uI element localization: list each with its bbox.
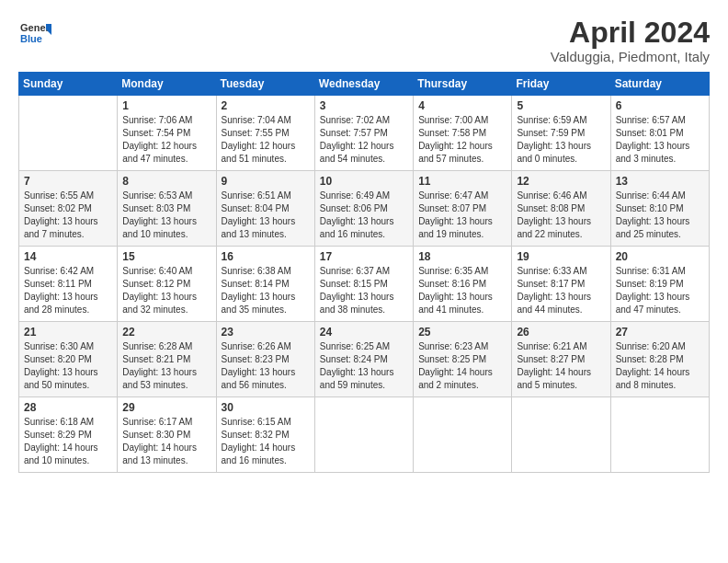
day-info: Sunrise: 6:53 AM Sunset: 8:03 PM Dayligh…	[122, 190, 210, 241]
day-info: Sunrise: 6:28 AM Sunset: 8:21 PM Dayligh…	[122, 340, 210, 392]
day-number: 30	[222, 401, 310, 414]
day-number: 7	[24, 175, 112, 188]
calendar-cell: 21Sunrise: 6:30 AM Sunset: 8:20 PM Dayli…	[19, 322, 118, 397]
day-number: 27	[616, 326, 704, 339]
day-number: 8	[122, 175, 210, 188]
day-number: 21	[24, 326, 112, 339]
day-info: Sunrise: 6:42 AM Sunset: 8:11 PM Dayligh…	[24, 265, 112, 316]
day-number: 6	[616, 99, 704, 112]
logo: General Blue	[18, 17, 51, 53]
calendar-cell: 29Sunrise: 6:17 AM Sunset: 8:30 PM Dayli…	[118, 397, 216, 473]
day-number: 13	[616, 175, 704, 188]
calendar-cell	[314, 397, 413, 473]
svg-text:Blue: Blue	[20, 33, 42, 44]
weekday-header: Thursday	[414, 73, 512, 96]
day-info: Sunrise: 6:23 AM Sunset: 8:25 PM Dayligh…	[418, 340, 506, 392]
calendar-table: SundayMondayTuesdayWednesdayThursdayFrid…	[18, 72, 710, 473]
day-info: Sunrise: 6:40 AM Sunset: 8:12 PM Dayligh…	[122, 265, 210, 316]
calendar-cell: 5Sunrise: 6:59 AM Sunset: 7:59 PM Daylig…	[512, 96, 610, 171]
day-number: 16	[222, 250, 310, 263]
location: Valduggia, Piedmont, Italy	[551, 49, 710, 64]
calendar-cell: 15Sunrise: 6:40 AM Sunset: 8:12 PM Dayli…	[118, 247, 216, 322]
calendar-cell: 3Sunrise: 7:02 AM Sunset: 7:57 PM Daylig…	[314, 96, 413, 171]
day-info: Sunrise: 6:33 AM Sunset: 8:17 PM Dayligh…	[517, 265, 605, 316]
weekday-header: Monday	[118, 73, 216, 96]
calendar-cell: 1Sunrise: 7:06 AM Sunset: 7:54 PM Daylig…	[118, 96, 216, 171]
calendar-cell: 6Sunrise: 6:57 AM Sunset: 8:01 PM Daylig…	[610, 96, 709, 171]
calendar-cell: 10Sunrise: 6:49 AM Sunset: 8:06 PM Dayli…	[314, 171, 413, 247]
day-info: Sunrise: 6:38 AM Sunset: 8:14 PM Dayligh…	[222, 265, 310, 316]
calendar-week-row: 28Sunrise: 6:18 AM Sunset: 8:29 PM Dayli…	[19, 397, 710, 473]
day-number: 15	[122, 250, 210, 263]
calendar-cell: 27Sunrise: 6:20 AM Sunset: 8:28 PM Dayli…	[610, 322, 709, 397]
calendar-cell: 30Sunrise: 6:15 AM Sunset: 8:32 PM Dayli…	[216, 397, 314, 473]
day-info: Sunrise: 6:37 AM Sunset: 8:15 PM Dayligh…	[320, 265, 408, 316]
calendar-cell: 12Sunrise: 6:46 AM Sunset: 8:08 PM Dayli…	[512, 171, 610, 247]
day-number: 1	[122, 99, 210, 112]
day-number: 14	[24, 250, 112, 263]
day-number: 2	[222, 99, 310, 112]
day-info: Sunrise: 6:20 AM Sunset: 8:28 PM Dayligh…	[616, 340, 704, 392]
calendar-cell: 7Sunrise: 6:55 AM Sunset: 8:02 PM Daylig…	[19, 171, 118, 247]
day-number: 3	[320, 99, 408, 112]
header-row: SundayMondayTuesdayWednesdayThursdayFrid…	[19, 73, 710, 96]
day-number: 10	[320, 175, 408, 188]
day-info: Sunrise: 6:49 AM Sunset: 8:06 PM Dayligh…	[320, 190, 408, 241]
weekday-header: Wednesday	[314, 73, 413, 96]
day-info: Sunrise: 6:47 AM Sunset: 8:07 PM Dayligh…	[418, 190, 506, 241]
day-info: Sunrise: 6:18 AM Sunset: 8:29 PM Dayligh…	[24, 416, 112, 467]
day-info: Sunrise: 6:57 AM Sunset: 8:01 PM Dayligh…	[616, 114, 704, 166]
month-title: April 2024	[551, 17, 710, 49]
day-number: 18	[418, 250, 506, 263]
day-info: Sunrise: 6:30 AM Sunset: 8:20 PM Dayligh…	[24, 340, 112, 392]
calendar-cell: 24Sunrise: 6:25 AM Sunset: 8:24 PM Dayli…	[314, 322, 413, 397]
day-number: 20	[616, 250, 704, 263]
calendar-cell: 25Sunrise: 6:23 AM Sunset: 8:25 PM Dayli…	[414, 322, 512, 397]
day-info: Sunrise: 7:06 AM Sunset: 7:54 PM Dayligh…	[122, 114, 210, 166]
calendar-cell: 18Sunrise: 6:35 AM Sunset: 8:16 PM Dayli…	[414, 247, 512, 322]
header: General Blue April 2024 Valduggia, Piedm…	[18, 17, 710, 64]
calendar-week-row: 21Sunrise: 6:30 AM Sunset: 8:20 PM Dayli…	[19, 322, 710, 397]
day-info: Sunrise: 6:44 AM Sunset: 8:10 PM Dayligh…	[616, 190, 704, 241]
day-number: 24	[320, 326, 408, 339]
calendar-cell: 11Sunrise: 6:47 AM Sunset: 8:07 PM Dayli…	[414, 171, 512, 247]
calendar-cell: 8Sunrise: 6:53 AM Sunset: 8:03 PM Daylig…	[118, 171, 216, 247]
calendar-cell	[512, 397, 610, 473]
calendar-cell	[19, 96, 118, 171]
calendar-cell	[414, 397, 512, 473]
day-number: 25	[418, 326, 506, 339]
day-info: Sunrise: 6:35 AM Sunset: 8:16 PM Dayligh…	[418, 265, 506, 316]
day-number: 19	[517, 250, 605, 263]
calendar-cell: 14Sunrise: 6:42 AM Sunset: 8:11 PM Dayli…	[19, 247, 118, 322]
calendar-cell	[610, 397, 709, 473]
day-info: Sunrise: 6:31 AM Sunset: 8:19 PM Dayligh…	[616, 265, 704, 316]
day-info: Sunrise: 6:51 AM Sunset: 8:04 PM Dayligh…	[222, 190, 310, 241]
calendar-week-row: 1Sunrise: 7:06 AM Sunset: 7:54 PM Daylig…	[19, 96, 710, 171]
day-info: Sunrise: 6:46 AM Sunset: 8:08 PM Dayligh…	[517, 190, 605, 241]
logo-icon: General Blue	[18, 17, 51, 50]
title-block: April 2024 Valduggia, Piedmont, Italy	[551, 17, 710, 64]
calendar-cell: 4Sunrise: 7:00 AM Sunset: 7:58 PM Daylig…	[414, 96, 512, 171]
day-info: Sunrise: 7:04 AM Sunset: 7:55 PM Dayligh…	[222, 114, 310, 166]
page-container: General Blue April 2024 Valduggia, Piedm…	[0, 0, 728, 482]
calendar-cell: 28Sunrise: 6:18 AM Sunset: 8:29 PM Dayli…	[19, 397, 118, 473]
calendar-cell: 20Sunrise: 6:31 AM Sunset: 8:19 PM Dayli…	[610, 247, 709, 322]
calendar-cell: 26Sunrise: 6:21 AM Sunset: 8:27 PM Dayli…	[512, 322, 610, 397]
day-number: 26	[517, 326, 605, 339]
calendar-cell: 19Sunrise: 6:33 AM Sunset: 8:17 PM Dayli…	[512, 247, 610, 322]
day-number: 9	[222, 175, 310, 188]
day-number: 29	[122, 401, 210, 414]
calendar-cell: 9Sunrise: 6:51 AM Sunset: 8:04 PM Daylig…	[216, 171, 314, 247]
day-number: 4	[418, 99, 506, 112]
day-info: Sunrise: 6:17 AM Sunset: 8:30 PM Dayligh…	[122, 416, 210, 467]
day-info: Sunrise: 7:00 AM Sunset: 7:58 PM Dayligh…	[418, 114, 506, 166]
day-info: Sunrise: 6:55 AM Sunset: 8:02 PM Dayligh…	[24, 190, 112, 241]
day-number: 28	[24, 401, 112, 414]
day-info: Sunrise: 6:26 AM Sunset: 8:23 PM Dayligh…	[222, 340, 310, 392]
calendar-week-row: 7Sunrise: 6:55 AM Sunset: 8:02 PM Daylig…	[19, 171, 710, 247]
weekday-header: Saturday	[610, 73, 709, 96]
day-info: Sunrise: 6:59 AM Sunset: 7:59 PM Dayligh…	[517, 114, 605, 166]
day-number: 22	[122, 326, 210, 339]
calendar-cell: 17Sunrise: 6:37 AM Sunset: 8:15 PM Dayli…	[314, 247, 413, 322]
day-number: 23	[222, 326, 310, 339]
